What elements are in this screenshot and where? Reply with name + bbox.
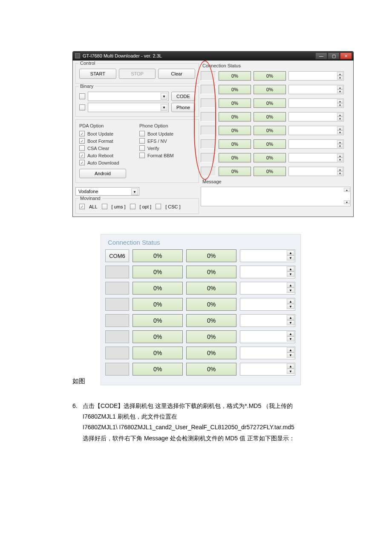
chevron-down-icon[interactable]: ▼ <box>287 272 294 277</box>
port-cell[interactable] <box>201 167 216 176</box>
chevron-up-icon[interactable]: ▲ <box>344 188 350 192</box>
spin-input[interactable]: ▲▼ <box>288 153 344 162</box>
spin-input[interactable]: ▲▼ <box>240 282 295 295</box>
progress-bar: 0% <box>186 347 236 359</box>
maximize-button[interactable]: ▢ <box>328 52 340 59</box>
phone-checkbox[interactable] <box>79 104 85 110</box>
code-checkbox[interactable] <box>79 93 85 99</box>
chevron-down-icon[interactable]: ▼ <box>337 144 343 148</box>
spin-input[interactable]: ▲▼ <box>288 126 344 135</box>
chevron-up-icon[interactable]: ▲ <box>337 72 343 76</box>
chevron-down-icon[interactable]: ▼ <box>287 288 294 293</box>
chevron-up-icon[interactable]: ▲ <box>337 154 343 158</box>
chevron-up-icon[interactable]: ▲ <box>287 250 294 255</box>
chevron-down-icon[interactable]: ▼ <box>337 130 343 134</box>
mov-opt-checkbox[interactable] <box>130 204 135 209</box>
close-button[interactable]: ✕ <box>340 52 352 59</box>
chevron-up-icon[interactable]: ▲ <box>337 127 343 130</box>
spin-input[interactable]: ▲▼ <box>288 167 344 176</box>
code-path-combo[interactable]: ▼ <box>88 92 169 101</box>
ph-boot-update-checkbox[interactable] <box>139 131 145 136</box>
chevron-down-icon[interactable]: ▼ <box>131 188 138 195</box>
start-button[interactable]: START <box>79 69 116 79</box>
code-button[interactable]: CODE <box>171 92 195 101</box>
port-cell[interactable] <box>201 85 216 94</box>
auto-download-checkbox[interactable]: ✓ <box>79 160 85 165</box>
chevron-down-icon[interactable]: ▼ <box>161 93 167 100</box>
mov-all-checkbox[interactable]: ✓ <box>79 204 85 209</box>
port-cell[interactable] <box>201 126 216 135</box>
verify-checkbox[interactable] <box>139 145 145 151</box>
port-cell[interactable] <box>105 282 129 295</box>
chevron-up-icon[interactable]: ▲ <box>287 299 294 304</box>
phone-button[interactable]: Phone <box>171 103 195 112</box>
spin-input[interactable]: ▲▼ <box>240 298 295 311</box>
port-cell[interactable] <box>105 347 129 359</box>
clear-button[interactable]: Clear <box>158 69 195 79</box>
phone-path-combo[interactable]: ▼ <box>88 103 169 112</box>
chevron-up-icon[interactable]: ▲ <box>337 99 343 103</box>
port-cell[interactable]: COM6 <box>105 249 129 262</box>
spin-input[interactable]: ▲▼ <box>288 98 344 108</box>
chevron-down-icon[interactable]: ▼ <box>287 255 294 260</box>
spin-input[interactable]: ▲▼ <box>240 330 295 343</box>
port-cell[interactable] <box>201 71 216 81</box>
chevron-down-icon[interactable]: ▼ <box>337 171 343 175</box>
chevron-down-icon[interactable]: ▼ <box>161 104 167 111</box>
spin-input[interactable]: ▲▼ <box>240 266 295 278</box>
message-box[interactable]: ▲▼ <box>201 187 351 206</box>
spin-input[interactable]: ▲▼ <box>288 112 344 121</box>
port-cell[interactable] <box>105 363 129 376</box>
auto-reboot-checkbox[interactable]: ✓ <box>79 153 85 158</box>
mov-ums-checkbox[interactable] <box>102 204 107 209</box>
port-cell[interactable] <box>201 112 216 121</box>
chevron-down-icon[interactable]: ▼ <box>337 117 343 121</box>
port-cell[interactable] <box>105 314 129 327</box>
chevron-down-icon[interactable]: ▼ <box>344 200 350 204</box>
port-cell[interactable] <box>201 98 216 108</box>
port-cell[interactable] <box>105 298 129 311</box>
chevron-down-icon[interactable]: ▼ <box>287 304 294 309</box>
chevron-up-icon[interactable]: ▲ <box>287 364 294 369</box>
carrier-select[interactable]: Vodafone ▼ <box>75 187 139 196</box>
chevron-down-icon[interactable]: ▼ <box>287 336 294 341</box>
chevron-up-icon[interactable]: ▲ <box>287 283 294 288</box>
spin-input[interactable]: ▲▼ <box>240 347 295 359</box>
port-cell[interactable] <box>201 153 216 162</box>
chevron-down-icon[interactable]: ▼ <box>287 369 294 374</box>
csa-clear-checkbox[interactable] <box>79 145 85 151</box>
efs-nv-checkbox[interactable] <box>139 138 145 144</box>
chevron-up-icon[interactable]: ▲ <box>287 331 294 336</box>
port-cell[interactable] <box>105 266 129 278</box>
stop-button[interactable]: STOP <box>119 69 156 79</box>
chevron-down-icon[interactable]: ▼ <box>287 353 294 358</box>
chevron-up-icon[interactable]: ▲ <box>337 86 343 90</box>
spin-input[interactable]: ▲▼ <box>240 249 295 262</box>
spin-input[interactable]: ▲▼ <box>240 363 295 376</box>
chevron-up-icon[interactable]: ▲ <box>337 168 343 171</box>
boot-update-checkbox[interactable]: ✓ <box>79 131 85 136</box>
spin-input[interactable]: ▲▼ <box>288 85 344 94</box>
spin-input[interactable]: ▲▼ <box>288 71 344 81</box>
minimize-button[interactable]: — <box>315 52 327 59</box>
chevron-up-icon[interactable]: ▲ <box>287 266 294 272</box>
chevron-down-icon[interactable]: ▼ <box>337 158 343 162</box>
port-cell[interactable] <box>201 139 216 149</box>
chevron-up-icon[interactable]: ▲ <box>337 140 343 144</box>
titlebar[interactable]: GT-I7680 Multi Downloader - ver. 2.3L — … <box>72 51 354 61</box>
spin-input[interactable]: ▲▼ <box>288 139 344 149</box>
chevron-down-icon[interactable]: ▼ <box>337 76 343 80</box>
chevron-up-icon[interactable]: ▲ <box>337 113 343 117</box>
android-button[interactable]: Android <box>79 169 126 178</box>
opt-label: Format BBM <box>147 153 174 158</box>
boot-format-checkbox[interactable]: ✓ <box>79 138 85 144</box>
chevron-down-icon[interactable]: ▼ <box>337 103 343 107</box>
port-cell[interactable] <box>105 330 129 343</box>
chevron-up-icon[interactable]: ▲ <box>287 347 294 353</box>
mov-csc-checkbox[interactable] <box>156 204 161 209</box>
spin-input[interactable]: ▲▼ <box>240 314 295 327</box>
chevron-down-icon[interactable]: ▼ <box>337 90 343 93</box>
chevron-down-icon[interactable]: ▼ <box>287 320 294 325</box>
chevron-up-icon[interactable]: ▲ <box>287 315 294 320</box>
format-bbm-checkbox[interactable] <box>139 153 145 158</box>
